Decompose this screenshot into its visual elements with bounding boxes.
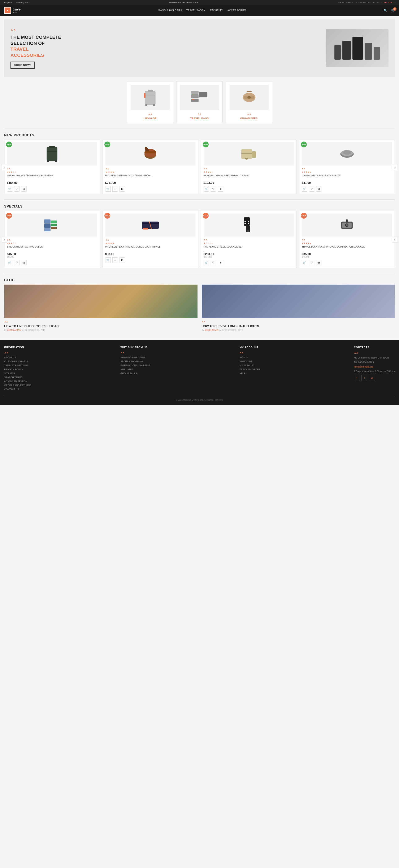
customer-service-link[interactable]: CUSTOMER SERVICE <box>4 360 28 363</box>
secure-shopping-link[interactable]: SECURE SHOPPING <box>120 360 143 363</box>
hero-cta-button[interactable]: SHOP NOW! <box>10 62 35 69</box>
footer-tel: Tel: 800-2345-6789 <box>354 361 395 364</box>
add-to-wishlist-btn-1[interactable]: ♡ <box>14 186 20 192</box>
footer-why-links: SHIPPING & RETURNS SECURE SHOPPING INTER… <box>120 356 150 375</box>
help-link[interactable]: HELP <box>239 372 246 375</box>
contact-us-link[interactable]: CONTACT US <box>4 388 19 391</box>
template-settings-link[interactable]: TEMPLATE SETTINGS <box>4 364 28 367</box>
add-to-wishlist-btn-4[interactable]: ♡ <box>309 186 314 192</box>
site-map-link[interactable]: SITE MAP <box>4 372 15 375</box>
luggage-svg <box>142 88 159 107</box>
blog-author-link-1[interactable]: ADMIN ADMIN <box>7 329 21 331</box>
blog-grid: ∧∧ HOW TO LIVE OUT OF YOUR SUITCASE By A… <box>4 285 395 331</box>
special-badge-2: SALE <box>105 213 110 219</box>
add-to-cart-btn-4[interactable]: 🛒 <box>302 186 307 192</box>
search-icon[interactable]: 🔍 <box>383 8 388 12</box>
special-price-1: $45.00 <box>7 252 97 256</box>
compare-special-btn-3[interactable]: ⊞ <box>218 260 223 265</box>
nav-travel-bags-label[interactable]: TRAVEL BAGS <box>186 9 205 12</box>
footer-contacts: CONTACTS ∧∧ My Company Glasgow G04 89GR … <box>354 346 395 392</box>
nav-accessories[interactable]: ACCESSORIES <box>227 8 247 13</box>
add-to-wishlist-btn-3[interactable]: ♡ <box>211 186 216 192</box>
compare-special-btn-2[interactable]: ⊞ <box>119 257 125 263</box>
orders-returns-link[interactable]: ORDERS AND RETURNS <box>4 384 31 386</box>
blog-img-1 <box>4 285 198 318</box>
add-to-wishlist-special-btn-4[interactable]: ♡ <box>309 260 314 265</box>
add-to-cart-btn-2[interactable]: 🛒 <box>105 186 111 192</box>
category-section: ∧∧ LUGGAGE ∧∧ TRAVEL BAGS ∧∧ <box>4 81 395 123</box>
special-actions-2: 🛒 ♡ ⊞ <box>105 257 196 263</box>
my-account-link[interactable]: MY ACCOUNT <box>338 1 353 4</box>
footer-info-heading: INFORMATION <box>4 346 31 349</box>
hero-image <box>325 29 389 67</box>
cart-icon-wrapper[interactable]: 🛒 0 <box>391 8 395 12</box>
add-to-cart-special-btn-2[interactable]: 🛒 <box>105 257 111 263</box>
logo[interactable]: ■ travel gear <box>4 7 22 14</box>
international-shipping-link[interactable]: INTERNATIONAL SHIPPING <box>120 364 150 367</box>
svg-point-18 <box>47 160 49 162</box>
compare-special-btn-4[interactable]: ⊞ <box>316 260 321 265</box>
blog-link[interactable]: BLOG <box>373 1 379 4</box>
category-luggage-label: LUGGAGE <box>131 117 170 120</box>
hero-text: ∧∧ THE MOST COMPLETE SELECTION OF TRAVEL… <box>10 28 61 69</box>
nav-bags-holders[interactable]: BAGS & HOLDERS <box>158 8 182 13</box>
compare-btn-3[interactable]: ⊞ <box>218 186 223 192</box>
footer-link-search: SEARCH TERMS <box>4 376 31 379</box>
add-to-cart-special-btn-3[interactable]: 🛒 <box>204 260 209 265</box>
footer-info-accent: ∧∧ <box>4 351 31 354</box>
new-products-prev-btn[interactable]: ‹ <box>1 164 7 170</box>
sign-in-link[interactable]: SIGN IN <box>239 356 248 359</box>
group-sales-link[interactable]: GROUP SALES <box>120 372 137 375</box>
category-luggage[interactable]: ∧∧ LUGGAGE <box>127 81 173 123</box>
search-terms-link[interactable]: SEARCH TERMS <box>4 376 23 379</box>
add-to-wishlist-special-btn-1[interactable]: ♡ <box>14 260 20 265</box>
checkout-link[interactable]: CHECKOUT <box>382 1 395 4</box>
shipping-returns-link[interactable]: SHIPPING & RETURNS <box>120 356 145 359</box>
my-wishlist-link[interactable]: MY WISHLIST <box>355 1 370 4</box>
add-to-cart-btn-3[interactable]: 🛒 <box>204 186 209 192</box>
compare-btn-2[interactable]: ⊞ <box>119 186 125 192</box>
nav-security[interactable]: SECURITY <box>209 8 223 13</box>
privacy-policy-link[interactable]: PRIVACY POLICY <box>4 368 23 371</box>
main-navigation: BAGS & HOLDERS TRAVEL BAGS SECURITY ACCE… <box>158 8 247 13</box>
special-img-1 <box>7 214 97 237</box>
compare-special-btn-1[interactable]: ⊞ <box>21 260 27 265</box>
footer-link-advanced: ADVANCED SEARCH <box>4 380 31 383</box>
my-wishlist-footer-link[interactable]: MY WISHLIST <box>239 364 254 367</box>
category-travel-bags[interactable]: ∧∧ TRAVEL BAGS <box>176 81 223 123</box>
svg-point-43 <box>245 223 246 224</box>
currency-selector[interactable]: Currency: USD <box>15 1 30 4</box>
twitter-link[interactable]: t <box>362 375 367 381</box>
facebook-link[interactable]: f <box>354 375 360 381</box>
specials-prev-btn[interactable]: ‹ <box>1 237 7 243</box>
category-travel-bags-label: TRAVEL BAGS <box>180 117 219 120</box>
about-us-link[interactable]: ABOUT US <box>4 356 16 359</box>
svg-point-26 <box>245 158 248 160</box>
add-to-cart-btn-1[interactable]: 🛒 <box>7 186 12 192</box>
special-old-price-1: $55.00 <box>7 256 97 258</box>
compare-btn-4[interactable]: ⊞ <box>316 186 321 192</box>
blog-author-link-2[interactable]: ADMIN ADMIN <box>204 329 219 331</box>
svg-rect-11 <box>192 99 194 100</box>
affiliates-link[interactable]: AFFILIATES <box>120 368 133 371</box>
product-img-3 <box>204 143 294 165</box>
footer-link-sitemap: SITE MAP <box>4 372 31 375</box>
new-products-next-btn[interactable]: › <box>392 164 398 170</box>
add-to-cart-special-btn-4[interactable]: 🛒 <box>302 260 307 265</box>
top-bar-left: English Currency: USD <box>4 1 30 4</box>
category-organizers[interactable]: ∧∧ ORGANIZERS <box>226 81 272 123</box>
add-to-wishlist-special-btn-3[interactable]: ♡ <box>211 260 216 265</box>
add-to-wishlist-btn-2[interactable]: ♡ <box>112 186 118 192</box>
googleplus-link[interactable]: g+ <box>369 375 375 381</box>
view-cart-link[interactable]: VIEW CART <box>239 360 252 363</box>
track-order-link[interactable]: TRACK MY ORDER <box>239 368 260 371</box>
add-to-cart-special-btn-1[interactable]: 🛒 <box>7 260 12 265</box>
language-selector[interactable]: English <box>4 1 12 4</box>
compare-btn-1[interactable]: ⊞ <box>21 186 27 192</box>
advanced-search-link[interactable]: ADVANCED SEARCH <box>4 380 27 382</box>
footer-email-link[interactable]: info@demosite.org <box>354 365 373 368</box>
specials-next-btn[interactable]: › <box>392 237 398 243</box>
add-to-wishlist-special-btn-2[interactable]: ♡ <box>112 257 118 263</box>
product-price-1: $154.00 <box>7 181 97 185</box>
nav-travel-bags[interactable]: TRAVEL BAGS <box>186 9 205 12</box>
